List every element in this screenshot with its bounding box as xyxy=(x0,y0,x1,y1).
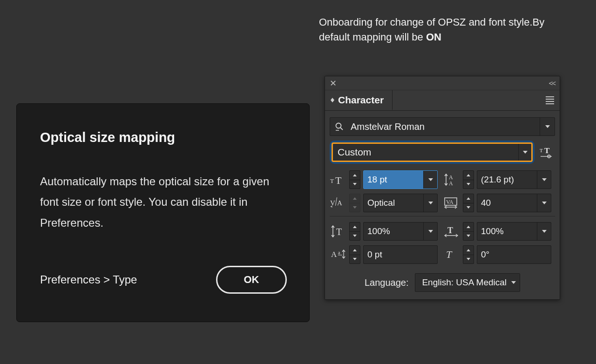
horizontal-scale-dropdown[interactable] xyxy=(537,222,551,240)
leading-icon: AA xyxy=(443,172,460,187)
kerning-dropdown[interactable] xyxy=(423,194,437,212)
svg-text:A: A xyxy=(449,174,453,181)
skew-icon: T xyxy=(443,247,460,262)
language-select[interactable]: English: USA Medical xyxy=(415,273,520,292)
collapse-icon[interactable]: << xyxy=(549,79,555,87)
optical-size-dialog: Optical size mapping Automatically maps … xyxy=(16,103,310,322)
baseline-shift-stepper[interactable] xyxy=(349,245,360,264)
svg-text:T: T xyxy=(447,226,453,235)
svg-text:A: A xyxy=(337,199,342,207)
ok-button[interactable]: OK xyxy=(216,266,287,294)
dialog-title: Optical size mapping xyxy=(40,130,286,145)
svg-text:T: T xyxy=(335,175,342,186)
font-style-dropdown[interactable] xyxy=(518,144,531,161)
preferences-path: Preferences > Type xyxy=(40,273,137,286)
character-panel: ✕ << Character Amstelvar Roman xyxy=(325,76,560,300)
divider xyxy=(330,216,555,216)
tracking-stepper[interactable] xyxy=(463,194,474,212)
font-size-icon: TT xyxy=(330,172,346,187)
svg-text:A: A xyxy=(331,250,337,259)
svg-text:T: T xyxy=(336,227,342,237)
font-style-field[interactable]: Custom xyxy=(332,142,533,162)
language-label: Language: xyxy=(365,277,409,288)
tracking-dropdown[interactable] xyxy=(537,194,551,212)
leading-stepper[interactable] xyxy=(463,170,474,189)
font-family-value: Amstelvar Roman xyxy=(349,121,540,132)
horizontal-scale-stepper[interactable] xyxy=(463,222,474,241)
vertical-scale-icon: T xyxy=(330,224,346,239)
svg-text:T: T xyxy=(330,177,334,184)
svg-line-1 xyxy=(340,128,343,130)
font-style-highlight: Custom xyxy=(330,141,535,164)
leading-input[interactable]: (21.6 pt) xyxy=(477,170,551,189)
baseline-shift-input[interactable]: 0 pt xyxy=(363,245,438,264)
close-icon[interactable]: ✕ xyxy=(330,78,337,88)
vertical-scale-dropdown[interactable] xyxy=(423,222,437,240)
sort-icon xyxy=(331,98,334,102)
svg-text:VA: VA xyxy=(446,199,454,205)
svg-text:a: a xyxy=(338,250,340,255)
kerning-icon: VA xyxy=(330,195,346,210)
svg-text:T: T xyxy=(540,148,543,153)
chevron-down-icon xyxy=(511,281,516,284)
panel-menu-icon[interactable] xyxy=(546,96,554,104)
kerning-stepper xyxy=(349,194,360,212)
leading-dropdown[interactable] xyxy=(537,171,551,189)
font-size-stepper[interactable] xyxy=(349,170,360,189)
svg-text:V: V xyxy=(330,199,335,207)
baseline-shift-icon: Aa xyxy=(330,247,346,262)
font-family-dropdown[interactable] xyxy=(540,118,555,135)
svg-text:A: A xyxy=(449,180,453,186)
font-family-field[interactable]: Amstelvar Roman xyxy=(330,117,555,136)
svg-point-0 xyxy=(336,123,341,128)
skew-input[interactable]: 0° xyxy=(477,245,551,264)
horizontal-scale-input[interactable]: 100% xyxy=(477,222,551,241)
tab-character[interactable]: Character xyxy=(325,90,393,110)
caption-text: Onboarding for change of OPSZ and font s… xyxy=(319,15,554,45)
search-icon xyxy=(330,122,349,131)
svg-text:T: T xyxy=(544,146,550,155)
font-size-input[interactable]: 18 pt xyxy=(363,170,438,189)
skew-stepper[interactable] xyxy=(463,245,474,264)
vertical-scale-input[interactable]: 100% xyxy=(363,222,438,241)
dialog-body: Automatically maps the optical size for … xyxy=(40,171,286,233)
horizontal-scale-icon: T xyxy=(443,224,460,239)
vertical-scale-stepper[interactable] xyxy=(349,222,360,241)
font-style-value: Custom xyxy=(333,147,518,158)
kerning-input[interactable]: Optical xyxy=(363,194,438,212)
tracking-icon: VA xyxy=(443,195,460,210)
svg-text:T: T xyxy=(446,249,453,260)
variable-font-icon[interactable]: T T xyxy=(538,146,555,159)
font-size-dropdown[interactable] xyxy=(423,171,437,189)
tracking-input[interactable]: 40 xyxy=(477,194,551,212)
